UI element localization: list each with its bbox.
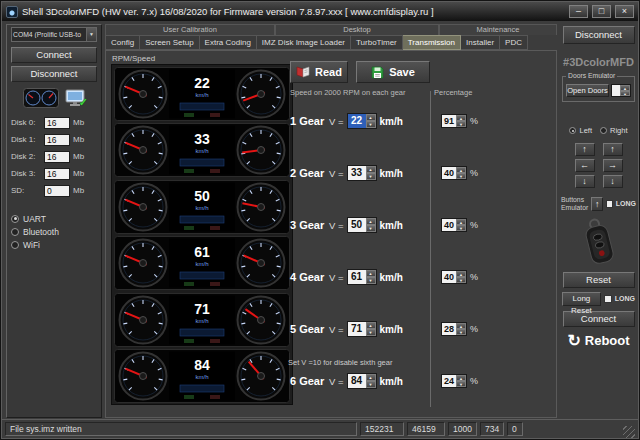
gear-speed-stepper[interactable]: 33 ▲ ▼ <box>347 165 377 181</box>
save-button[interactable]: Save <box>356 61 430 83</box>
gear-speed-stepper[interactable]: 22 ▲ ▼ <box>347 113 377 129</box>
left-side-radio[interactable]: Left <box>569 126 592 135</box>
gear-percentage-stepper[interactable]: 24 ▲ ▼ <box>441 374 467 388</box>
disk-size-field[interactable]: 16 <box>44 151 70 163</box>
title-bar[interactable]: Shell 3DcolorMFD (HW ver. 7.x) 16/08/202… <box>2 2 638 21</box>
gear-percentage-stepper[interactable]: 91 ▲ ▼ <box>441 114 467 128</box>
long-reset-checkbox[interactable] <box>604 295 612 303</box>
door-left-button[interactable]: ← <box>575 159 595 172</box>
spinner-up-icon[interactable]: ▲ <box>366 270 376 277</box>
tab-extra-coding[interactable]: Extra Coding <box>200 35 257 50</box>
disk-size-field[interactable]: 16 <box>44 117 70 129</box>
gear-percentage-value[interactable]: 28 <box>442 323 456 335</box>
gear-percentage-value[interactable]: 40 <box>442 271 456 283</box>
door-up-right-button[interactable]: ↑ <box>603 143 623 156</box>
spinner-down-icon[interactable]: ▼ <box>366 225 376 232</box>
percentage-row: 24 ▲ ▼ % <box>441 355 490 407</box>
radio-icon[interactable] <box>11 241 19 249</box>
radio-bluetooth[interactable]: Bluetooth <box>11 226 97 237</box>
door-right-button[interactable]: → <box>603 159 623 172</box>
doors-count-stepper[interactable]: ▲ ▼ <box>611 84 631 97</box>
spinner-down-icon[interactable]: ▼ <box>456 225 466 231</box>
right-side-radio[interactable]: Right <box>600 126 628 135</box>
spinner-down-icon[interactable]: ▼ <box>366 277 376 284</box>
close-button[interactable]: × <box>615 5 634 18</box>
chevron-down-icon[interactable]: ▼ <box>86 28 96 41</box>
tab-installer[interactable]: Installer <box>461 35 500 50</box>
doors-count-value[interactable] <box>612 85 620 96</box>
com-port-select[interactable]: COM4 (Prolific USB-to ▼ <box>11 27 97 42</box>
spinner-down-icon[interactable]: ▼ <box>456 277 466 283</box>
gear-speed-stepper[interactable]: 50 ▲ ▼ <box>347 217 377 233</box>
long-reset-button[interactable]: Long Reset <box>562 292 601 306</box>
spinner-up-icon[interactable]: ▲ <box>366 166 376 173</box>
gear-speed-value[interactable]: 50 <box>348 218 366 232</box>
disconnect-top-button[interactable]: Disconnect <box>563 26 635 44</box>
door-down-right-button[interactable]: ↓ <box>603 175 623 188</box>
gear-speed-value[interactable]: 84 <box>348 374 366 388</box>
emulate-button-press[interactable]: ↑ <box>591 197 603 211</box>
up-arrow-icon: ↑ <box>582 144 587 154</box>
gear-percentage-value[interactable]: 40 <box>442 167 456 179</box>
spinner-down-icon[interactable]: ▼ <box>456 381 466 387</box>
gear-speed-value[interactable]: 71 <box>348 322 366 336</box>
door-down-left-button[interactable]: ↓ <box>575 175 595 188</box>
radio-icon[interactable] <box>600 127 607 134</box>
gauge-unit-readout: km/h <box>195 261 208 267</box>
gear-percentage-stepper[interactable]: 28 ▲ ▼ <box>441 322 467 336</box>
gear-speed-stepper[interactable]: 71 ▲ ▼ <box>347 321 377 337</box>
percent-sign-label: % <box>470 116 478 126</box>
spinner-down-icon[interactable]: ▼ <box>366 173 376 180</box>
gear-speed-stepper[interactable]: 84 ▲ ▼ <box>347 373 377 389</box>
open-doors-button[interactable]: Open Doors <box>566 84 609 97</box>
radio-wifi[interactable]: WiFi <box>11 239 97 250</box>
disk-size-field[interactable]: 16 <box>44 134 70 146</box>
spinner-down-icon[interactable]: ▼ <box>620 91 630 97</box>
gauge-cluster-image: 71 km/h <box>114 293 290 347</box>
gear-percentage-value[interactable]: 24 <box>442 375 456 387</box>
resize-grip[interactable] <box>623 426 635 438</box>
radio-uart[interactable]: UART <box>11 213 97 224</box>
minimize-button[interactable]: – <box>569 5 588 18</box>
spinner-down-icon[interactable]: ▼ <box>456 329 466 335</box>
spinner-down-icon[interactable]: ▼ <box>366 121 376 128</box>
gear-speed-value[interactable]: 22 <box>348 114 366 128</box>
gear-speed-value[interactable]: 61 <box>348 270 366 284</box>
disk-size-field[interactable]: 16 <box>44 168 70 180</box>
read-button[interactable]: Read <box>290 61 348 83</box>
radio-icon[interactable] <box>11 228 19 236</box>
gear-percentage-stepper[interactable]: 40 ▲ ▼ <box>441 166 467 180</box>
spinner-up-icon[interactable]: ▲ <box>366 374 376 381</box>
maximize-button[interactable]: □ <box>592 5 611 18</box>
spinner-down-icon[interactable]: ▼ <box>456 173 466 179</box>
reset-button[interactable]: Reset <box>563 272 635 288</box>
tab-config[interactable]: Config <box>105 35 140 50</box>
spinner-down-icon[interactable]: ▼ <box>366 329 376 336</box>
gear-percentage-stepper[interactable]: 40 ▲ ▼ <box>441 270 467 284</box>
radio-icon[interactable] <box>11 215 19 223</box>
tab-imz-disk-image-loader[interactable]: IMZ Disk Image Loader <box>257 35 351 50</box>
gear-percentage-stepper[interactable]: 40 ▲ ▼ <box>441 218 467 232</box>
status-bar: File sys.imz written 1522314615910007340 <box>2 419 638 438</box>
gear-percentage-value[interactable]: 40 <box>442 219 456 231</box>
disk-size-field[interactable]: 0 <box>44 185 70 197</box>
door-up-left-button[interactable]: ↑ <box>575 143 595 156</box>
reboot-button[interactable]: ↻ Reboot <box>561 333 636 349</box>
gear-speed-stepper[interactable]: 61 ▲ ▼ <box>347 269 377 285</box>
tab-pdc[interactable]: PDC <box>500 35 528 50</box>
tab-transmission[interactable]: Transmission <box>403 35 461 50</box>
status-counter: 734 <box>480 422 504 436</box>
radio-icon[interactable] <box>569 127 576 134</box>
spinner-up-icon[interactable]: ▲ <box>366 114 376 121</box>
spinner-down-icon[interactable]: ▼ <box>456 121 466 127</box>
spinner-up-icon[interactable]: ▲ <box>366 322 376 329</box>
gear-speed-value[interactable]: 33 <box>348 166 366 180</box>
spinner-up-icon[interactable]: ▲ <box>366 218 376 225</box>
connect-button[interactable]: Connect <box>11 47 97 63</box>
spinner-down-icon[interactable]: ▼ <box>366 381 376 388</box>
disconnect-button[interactable]: Disconnect <box>11 66 97 82</box>
gear-percentage-value[interactable]: 91 <box>442 115 456 127</box>
long-press-checkbox[interactable] <box>606 200 612 208</box>
tab-turbotimer[interactable]: TurboTimer <box>351 35 403 50</box>
tab-screen-setup[interactable]: Screen Setup <box>140 35 199 50</box>
